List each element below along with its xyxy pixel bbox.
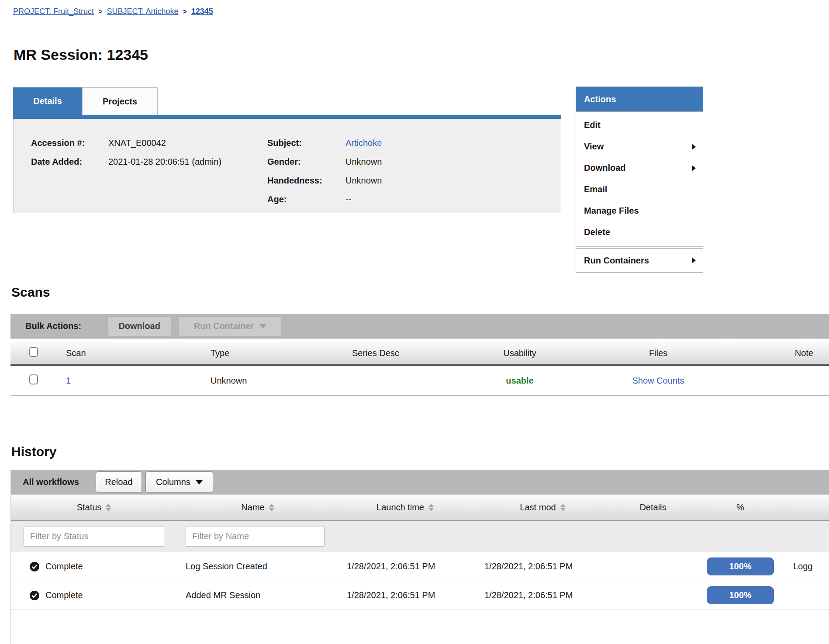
gender-value: Unknown: [345, 157, 382, 167]
workflow-comment: Logg: [788, 561, 829, 571]
age-label: Age:: [267, 194, 345, 204]
scans-heading: Scans: [11, 285, 50, 300]
action-view[interactable]: View: [576, 136, 703, 157]
breadcrumb-session-link[interactable]: 12345: [191, 7, 213, 16]
scans-col-note: Note: [733, 348, 829, 358]
actions-menu: Actions Edit View Download Email Manage …: [576, 87, 703, 273]
workflow-status: Complete: [45, 561, 83, 571]
workflow-launch-time: 1/28/2021, 2:06:51 PM: [339, 561, 472, 571]
scans-toolbar: Bulk Actions: Download Run Container: [10, 314, 829, 339]
history-table: All workflows Reload Columns Status Name…: [10, 470, 829, 644]
workflow-name: Added MR Session: [177, 590, 339, 600]
reload-button[interactable]: Reload: [96, 471, 142, 493]
show-counts-link[interactable]: Show Counts: [632, 376, 684, 385]
filter-by-status-input[interactable]: [24, 526, 164, 547]
age-value: --: [345, 194, 351, 204]
action-view-label: View: [584, 142, 604, 152]
complete-status-icon: [29, 590, 40, 601]
actions-menu-containers-section: Run Containers: [576, 248, 703, 273]
action-manage-files[interactable]: Manage Files: [576, 200, 703, 222]
scan-type: Unknown: [197, 376, 339, 386]
scan-row: 1 Unknown usable Show Counts: [10, 366, 829, 396]
bulk-run-container-label: Run Container: [194, 321, 254, 331]
history-row: Complete Added MR Session 1/28/2021, 2:0…: [11, 581, 829, 610]
history-heading: History: [11, 444, 56, 459]
tab-details[interactable]: Details: [13, 87, 82, 115]
bulk-download-button[interactable]: Download: [107, 316, 171, 336]
accession-value: XNAT_E00042: [108, 138, 166, 148]
filter-by-name-input[interactable]: [186, 526, 325, 547]
page-title: MR Session: 12345: [14, 46, 148, 63]
submenu-arrow-icon: [692, 165, 696, 171]
columns-button-label: Columns: [156, 477, 190, 487]
breadcrumb-separator: >: [98, 8, 102, 15]
history-col-name[interactable]: Name: [177, 502, 339, 512]
action-email[interactable]: Email: [576, 179, 703, 200]
tab-bar: Details Projects: [13, 87, 561, 115]
scans-col-files: Files: [583, 348, 733, 358]
progress-pill: 100%: [707, 557, 774, 575]
action-run-containers-label: Run Containers: [584, 256, 649, 266]
scans-header-row: Scan Type Series Desc Usability Files No…: [10, 342, 829, 366]
progress-pill: 100%: [707, 586, 774, 604]
scan-row-checkbox[interactable]: [29, 374, 38, 384]
sort-icon: [428, 504, 434, 511]
date-added-label: Date Added:: [31, 157, 108, 167]
session-details-card: Details Projects Accession #: XNAT_E0004…: [13, 87, 561, 213]
complete-status-icon: [29, 561, 40, 572]
workflow-launch-time: 1/28/2021, 2:06:51 PM: [339, 590, 472, 600]
history-col-details: Details: [614, 502, 692, 512]
action-run-containers[interactable]: Run Containers: [576, 249, 703, 272]
subject-link[interactable]: Artichoke: [345, 138, 382, 148]
sort-icon: [269, 504, 274, 511]
tab-projects[interactable]: Projects: [82, 87, 158, 115]
scan-id-link[interactable]: 1: [66, 376, 71, 385]
select-all-checkbox[interactable]: [29, 347, 38, 357]
workflow-status: Complete: [45, 590, 83, 600]
accession-label: Accession #:: [31, 138, 108, 148]
history-col-status[interactable]: Status: [11, 502, 177, 512]
scans-col-usability: Usability: [456, 348, 583, 358]
history-col-status-label: Status: [77, 502, 102, 512]
history-col-last-mod-label: Last mod: [520, 502, 556, 512]
submenu-arrow-icon: [692, 144, 696, 150]
workflow-last-mod: 1/28/2021, 2:06:51 PM: [472, 590, 614, 600]
history-row: Complete Log Session Created 1/28/2021, …: [11, 552, 829, 581]
breadcrumb-separator: >: [183, 8, 187, 15]
tab-accent-bar: [13, 115, 561, 119]
history-toolbar: All workflows Reload Columns: [11, 470, 829, 495]
columns-button[interactable]: Columns: [145, 471, 213, 493]
action-download[interactable]: Download: [576, 157, 703, 179]
action-email-label: Email: [584, 184, 607, 194]
workflow-name: Log Session Created: [177, 561, 339, 571]
actions-menu-title: Actions: [576, 87, 703, 111]
gender-label: Gender:: [267, 157, 345, 167]
subject-label: Subject:: [267, 138, 345, 148]
submenu-arrow-icon: [692, 257, 696, 263]
chevron-down-icon: [196, 480, 203, 485]
action-manage-files-label: Manage Files: [584, 206, 639, 216]
bulk-actions-label: Bulk Actions:: [25, 321, 81, 331]
bulk-run-container-button[interactable]: Run Container: [179, 316, 281, 336]
scans-col-series-desc: Series Desc: [339, 348, 456, 358]
handedness-value: Unknown: [345, 176, 382, 186]
details-panel: Accession #: XNAT_E00042 Date Added: 202…: [13, 119, 561, 213]
action-edit[interactable]: Edit: [576, 114, 703, 136]
sort-icon: [106, 504, 111, 511]
date-added-value: 2021-01-28 20:06:51 (admin): [108, 157, 221, 167]
handedness-label: Handedness:: [267, 176, 345, 186]
workflow-last-mod: 1/28/2021, 2:06:51 PM: [472, 561, 614, 571]
history-col-last-mod[interactable]: Last mod: [472, 502, 614, 512]
breadcrumb-project-link[interactable]: PROJECT: Fruit_Struct: [13, 7, 94, 16]
history-col-launch-time[interactable]: Launch time: [339, 502, 472, 512]
action-delete[interactable]: Delete: [576, 222, 703, 243]
breadcrumb-subject-link[interactable]: SUBJECT: Artichoke: [107, 7, 178, 16]
scans-col-scan: Scan: [52, 348, 197, 358]
all-workflows-label: All workflows: [23, 477, 79, 487]
action-edit-label: Edit: [584, 120, 601, 130]
history-col-details-label: Details: [639, 502, 666, 512]
action-download-label: Download: [584, 163, 626, 173]
scans-col-type: Type: [197, 348, 339, 358]
history-header-row: Status Name Launch time Last mod Details…: [11, 495, 829, 521]
history-col-percent: %: [692, 502, 788, 512]
